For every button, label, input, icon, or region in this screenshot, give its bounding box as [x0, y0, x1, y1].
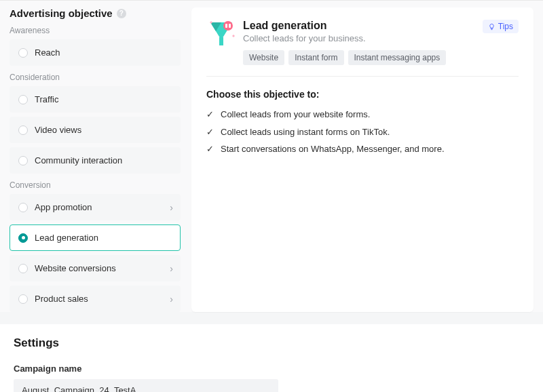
objective-option-video-views[interactable]: Video views — [10, 117, 181, 143]
detail-title: Lead generation — [243, 20, 446, 32]
benefit-text: Collect leads using instant forms on Tik… — [221, 127, 390, 137]
svg-point-3 — [223, 21, 233, 31]
radio-icon — [18, 233, 28, 243]
tips-button[interactable]: Tips — [483, 20, 519, 33]
lightbulb-icon — [488, 23, 495, 31]
radio-icon — [18, 203, 28, 212]
group-label-conversion: Conversion — [10, 180, 181, 190]
chevron-right-icon: › — [170, 294, 173, 305]
objective-option-reach[interactable]: Reach — [10, 39, 181, 66]
sidebar-title: Advertising objective ? — [10, 7, 181, 19]
objective-detail-panel: Lead generation Collect leads for your b… — [191, 7, 533, 312]
radio-icon — [18, 264, 28, 273]
settings-title: Settings — [14, 336, 529, 350]
benefit-item: ✓ Collect leads using instant forms on T… — [206, 127, 519, 138]
benefit-item: ✓ Collect leads from your website forms. — [206, 109, 519, 120]
benefit-list: ✓ Collect leads from your website forms.… — [206, 109, 519, 155]
tag-instant-form: Instant form — [288, 50, 343, 65]
chevron-right-icon: › — [170, 263, 173, 274]
detail-tags: Website Instant form Instant messaging a… — [243, 50, 446, 65]
tag-instant-messaging: Instant messaging apps — [348, 50, 447, 65]
objective-option-product-sales[interactable]: Product sales › — [10, 286, 181, 312]
benefit-item: ✓ Start conversations on WhatsApp, Messe… — [206, 144, 519, 155]
objective-option-lead-generation[interactable]: Lead generation — [10, 224, 181, 251]
objective-option-website-conversions[interactable]: Website conversions › — [10, 255, 181, 281]
radio-icon — [18, 294, 28, 304]
lead-generation-hero-icon — [206, 20, 233, 47]
tag-website: Website — [243, 50, 284, 65]
campaign-name-input[interactable] — [14, 379, 278, 392]
radio-icon — [18, 156, 28, 165]
check-icon: ✓ — [206, 144, 214, 155]
detail-subtitle: Collect leads for your business. — [243, 33, 446, 43]
svg-rect-4 — [225, 24, 227, 28]
option-label: Product sales — [35, 294, 88, 304]
option-label: Video views — [35, 125, 81, 135]
check-icon: ✓ — [206, 109, 214, 120]
radio-icon — [18, 95, 28, 104]
check-icon: ✓ — [206, 127, 214, 138]
option-label: Reach — [35, 47, 60, 58]
group-label-consideration: Consideration — [10, 73, 181, 82]
sidebar-title-text: Advertising objective — [10, 7, 113, 19]
radio-icon — [18, 48, 28, 58]
option-label: Lead generation — [35, 233, 98, 243]
option-label: Website conversions — [35, 263, 116, 273]
objective-option-community-interaction[interactable]: Community interaction — [10, 147, 181, 174]
radio-icon — [18, 125, 28, 135]
choose-objective-heading: Choose this objective to: — [206, 89, 519, 100]
objective-sidebar: Advertising objective ? Awareness Reach … — [10, 7, 181, 312]
objective-option-traffic[interactable]: Traffic — [10, 86, 181, 113]
settings-panel: Settings Campaign name — [0, 324, 543, 392]
option-label: Traffic — [35, 94, 58, 104]
benefit-text: Start conversations on WhatsApp, Messeng… — [221, 144, 445, 154]
chevron-right-icon: › — [170, 202, 173, 213]
tips-label: Tips — [498, 22, 513, 31]
campaign-name-label: Campaign name — [14, 364, 529, 374]
svg-rect-5 — [229, 24, 231, 28]
svg-rect-2 — [219, 37, 223, 45]
benefit-text: Collect leads from your website forms. — [221, 109, 370, 119]
option-label: Community interaction — [35, 155, 122, 165]
option-label: App promotion — [35, 202, 92, 212]
help-icon[interactable]: ? — [117, 9, 126, 18]
group-label-awareness: Awareness — [10, 26, 181, 35]
objective-option-app-promotion[interactable]: App promotion › — [10, 194, 181, 220]
